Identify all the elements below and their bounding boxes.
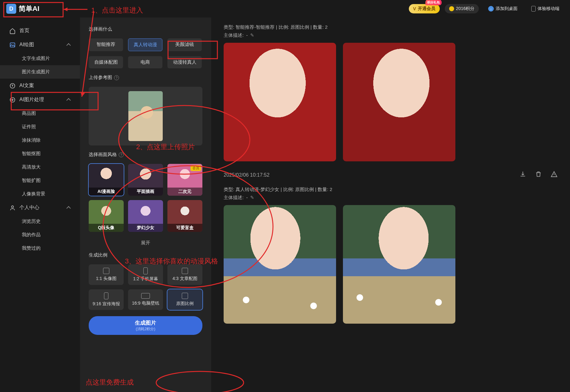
ratio-icon [141, 293, 150, 299]
magic-icon [9, 97, 16, 103]
style-label: 可爱盲盒 [167, 224, 202, 232]
vip-badge: 积分礼包 [425, 0, 442, 5]
picture-icon [9, 42, 16, 48]
ratio-label: 4:3 文章配图 [172, 276, 197, 282]
home-icon [9, 28, 16, 34]
points-button[interactable]: 2016积分 [445, 4, 479, 13]
ratio-icon [103, 268, 109, 274]
sidebar-item-ai-draw[interactable]: AI绘图 [0, 38, 80, 52]
result-desc-label: 主体描述: [224, 194, 244, 202]
style-card-3[interactable]: Q版头像 [89, 200, 124, 232]
edit-icon[interactable]: ✎ [250, 194, 254, 202]
style-label: 平面插画 [128, 188, 163, 196]
ratio-3[interactable]: 9:16 宣传海报 [89, 289, 124, 310]
warning-icon[interactable] [551, 171, 558, 179]
sidebar-label-personal: 个人中心 [19, 204, 39, 211]
add-desktop-button[interactable]: ↓ 添加到桌面 [484, 4, 522, 13]
coin-icon [449, 6, 454, 11]
style-card-4[interactable]: 梦幻少女 [128, 200, 163, 232]
logo[interactable]: D 简单AI [6, 4, 39, 14]
trash-icon[interactable] [535, 171, 542, 179]
mobile-label: 体验移动端 [538, 6, 559, 12]
sidebar-item-img2img[interactable]: 图片生成图片 [0, 65, 80, 79]
generate-button[interactable]: 生成图片 (消耗2积分) [89, 316, 202, 335]
tab-2[interactable]: 美颜滤镜 [167, 38, 202, 51]
result-block-1: 类型: 智能推荐-智能推荐 | 比例: 原图比例 | 数量: 2 主体描述: -… [224, 23, 558, 161]
help-icon[interactable]: ? [119, 152, 124, 157]
ratio-icon [143, 267, 148, 274]
tab-5[interactable]: 动漫转真人 [167, 56, 202, 68]
result-image[interactable] [224, 205, 336, 324]
ratio-1[interactable]: 1:2 手机屏幕 [128, 264, 163, 285]
topbar: D 简单AI 积分礼包 V 开通会员 2016积分 ↓ 添加到桌面 体验移动端 [0, 0, 570, 17]
style-card-2[interactable]: 二次元会员 [167, 164, 202, 196]
mobile-button[interactable]: 体验移动端 [527, 4, 564, 13]
sidebar-label-ai-draw: AI绘图 [19, 42, 34, 48]
style-label: 二次元 [167, 188, 202, 196]
result-type-line: 类型: 智能推荐-智能推荐 | 比例: 原图比例 | 数量: 2 [224, 23, 558, 31]
style-card-1[interactable]: 平面插画 [128, 164, 163, 196]
generate-label: 生成图片 [135, 319, 156, 326]
style-label: 梦幻少女 [128, 224, 163, 232]
help-icon[interactable]: ? [114, 75, 119, 80]
add-desktop-label: 添加到桌面 [496, 6, 518, 12]
result-meta: 类型: 真人转动漫-梦幻少女 | 比例: 原图比例 | 数量: 2 主体描述: … [224, 185, 558, 201]
sidebar-tool-6[interactable]: 人像换背景 [0, 187, 80, 201]
ratio-label: 9:16 宣传海报 [92, 301, 120, 307]
edit-icon[interactable]: ✎ [250, 31, 254, 39]
sidebar-item-personal[interactable]: 个人中心 [0, 201, 80, 215]
sidebar-personal-2[interactable]: 我赞过的 [0, 242, 80, 255]
ratio-label: 1:1 头像图 [96, 276, 116, 282]
upload-label: 上传参考图 ? [89, 75, 202, 81]
vip-button[interactable]: 积分礼包 V 开通会员 [409, 4, 440, 13]
tab-4[interactable]: 电商 [128, 56, 162, 68]
download-icon[interactable] [519, 171, 526, 179]
sidebar-label-ai-copy: AI文案 [19, 82, 34, 89]
style-grid: AI漫画脸平面插画二次元会员Q版头像梦幻少女可爱盲盒 [89, 164, 202, 232]
ratio-label: 原图比例 [176, 301, 194, 306]
timestamp-row: 2025/02/06 10:17:52 [224, 171, 558, 179]
points-label: 2016积分 [456, 6, 474, 12]
ratio-0[interactable]: 1:1 头像图 [89, 264, 124, 285]
sidebar-item-text2img[interactable]: 文字生成图片 [0, 52, 80, 65]
sidebar-tool-3[interactable]: 智能抠图 [0, 147, 80, 160]
style-label: 选择画面风格 ? [89, 152, 202, 158]
vip-label: 开通会员 [418, 6, 435, 12]
tab-3[interactable]: 自媒体配图 [89, 56, 123, 68]
tab-0[interactable]: 智能推荐 [89, 38, 123, 51]
sidebar-tool-2[interactable]: 涂抹消除 [0, 134, 80, 147]
sidebar-item-home[interactable]: 首页 [0, 24, 80, 38]
sidebar-tool-1[interactable]: 证件照 [0, 120, 80, 134]
svg-point-3 [12, 206, 14, 208]
tab-1[interactable]: 真人转动漫 [128, 38, 162, 51]
result-image[interactable] [224, 43, 336, 161]
ratio-label: 1:2 手机屏幕 [133, 276, 158, 282]
sidebar-personal-1[interactable]: 我的作品 [0, 228, 80, 242]
style-card-0[interactable]: AI漫画脸 [89, 164, 124, 196]
sidebar-item-img-tools[interactable]: AI图片处理 [0, 93, 80, 107]
text-icon [9, 83, 16, 89]
ratio-4[interactable]: 16:9 电脑壁纸 [128, 289, 163, 310]
expand-styles-button[interactable]: 展开 [89, 238, 202, 246]
ratio-5[interactable]: 原图比例 [167, 289, 202, 310]
ratio-label: 生成比例 [89, 252, 202, 258]
result-desc-label: 主体描述: [224, 31, 244, 39]
sidebar-label-img-tools: AI图片处理 [19, 96, 44, 103]
sidebar-tool-4[interactable]: 高清放大 [0, 160, 80, 174]
ratio-icon [104, 292, 108, 299]
upload-box[interactable] [89, 87, 202, 145]
config-panel: 选择画什么 智能推荐真人转动漫美颜滤镜自媒体配图电商动漫转真人 上传参考图 ? … [80, 17, 211, 392]
sidebar-tool-5[interactable]: 智能扩图 [0, 174, 80, 187]
result-image[interactable] [343, 205, 455, 324]
sidebar-tool-0[interactable]: 商品图 [0, 107, 80, 120]
result-type-line: 类型: 真人转动漫-梦幻少女 | 比例: 原图比例 | 数量: 2 [224, 185, 558, 194]
result-image[interactable] [343, 43, 455, 161]
generate-sub-label: (消耗2积分) [136, 326, 156, 332]
sidebar-item-ai-copy[interactable]: AI文案 [0, 79, 80, 93]
ratio-2[interactable]: 4:3 文章配图 [167, 264, 202, 285]
ratio-icon [182, 268, 188, 274]
style-label: AI漫画脸 [89, 188, 124, 196]
sidebar-personal-0[interactable]: 浏览历史 [0, 215, 80, 228]
phone-icon [531, 6, 536, 12]
style-card-5[interactable]: 可爱盲盒 [167, 200, 202, 232]
